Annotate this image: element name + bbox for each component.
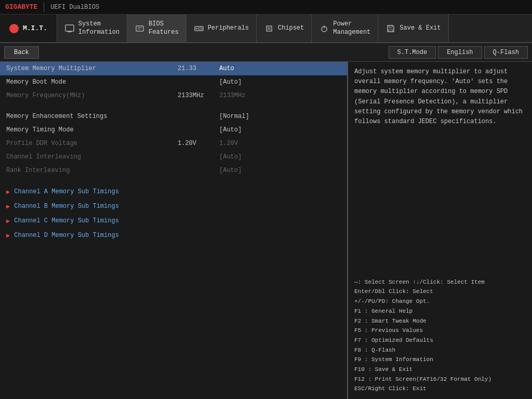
uefi-label: UEFI DualBIOS bbox=[50, 4, 99, 11]
tab-peripherals[interactable]: Peripherals bbox=[187, 15, 257, 42]
key-help-line: F2 : Smart Tweak Mode bbox=[354, 316, 526, 326]
bios-icon bbox=[135, 23, 145, 34]
main-area: System Memory Multiplier21.33AutoMemory … bbox=[0, 62, 532, 399]
submenu-ch-d[interactable]: ▶Channel D Memory Sub Timings bbox=[0, 228, 347, 243]
key-help-line: F12 : Print Screen(FAT16/32 Format Only) bbox=[354, 375, 526, 384]
tab-chipset[interactable]: Chipset bbox=[257, 15, 312, 42]
svg-rect-2 bbox=[136, 26, 143, 31]
key-help-line: Enter/Dbl Click: Select bbox=[354, 287, 526, 297]
setting-row-mem-timing[interactable]: Memory Timing Mode[Auto] bbox=[0, 123, 347, 137]
submenu-arrow-icon: ▶ bbox=[6, 188, 10, 196]
setting-num-sys-mem-mult: 21.33 bbox=[178, 65, 219, 72]
submenu-arrow-icon: ▶ bbox=[6, 232, 10, 240]
logo: GIGABYTE bbox=[5, 3, 37, 11]
logo-divider bbox=[44, 3, 44, 12]
tab-bios[interactable]: BIOS Features bbox=[127, 15, 187, 42]
setting-num-profile-ddr: 1.20V bbox=[178, 140, 219, 147]
stmode-button[interactable]: S.T.Mode bbox=[389, 46, 436, 59]
english-button[interactable]: English bbox=[438, 46, 482, 59]
setting-row-profile-ddr[interactable]: Profile DDR Voltage1.20V1.20V bbox=[0, 137, 347, 150]
setting-value-mem-timing: [Auto] bbox=[219, 126, 341, 134]
setting-value-rank-interleave: [Auto] bbox=[219, 167, 341, 174]
tab-chipset-label: Chipset bbox=[278, 24, 304, 33]
key-help-line: F9 : System Information bbox=[354, 355, 526, 365]
submenu-ch-b[interactable]: ▶Channel B Memory Sub Timings bbox=[0, 199, 347, 214]
setting-value-sys-mem-mult: Auto bbox=[219, 65, 341, 72]
tab-system-label: System Information bbox=[78, 20, 119, 36]
setting-row-ch-interleave[interactable]: Channel Interleaving[Auto] bbox=[0, 150, 347, 164]
tab-save-label: Save & Exit bbox=[400, 24, 441, 33]
setting-name-sys-mem-mult: System Memory Multiplier bbox=[6, 65, 178, 72]
submenu-rows: ▶Channel A Memory Sub Timings▶Channel B … bbox=[0, 184, 347, 243]
tab-peripherals-label: Peripherals bbox=[208, 24, 249, 33]
setting-row-mem-enh[interactable]: Memory Enhancement Settings[Normal] bbox=[0, 110, 347, 123]
setting-row-mem-freq[interactable]: Memory Frequency(MHz)2133MHz2133MHz bbox=[0, 89, 347, 102]
save-icon bbox=[385, 23, 396, 34]
qflash-button[interactable]: Q-Flash bbox=[484, 46, 528, 59]
help-text: Adjust system memory multiplier to adjus… bbox=[354, 67, 526, 127]
tab-bios-label: BIOS Features bbox=[149, 20, 179, 36]
nav-tabs: M.I.T. System Information BIOS Features … bbox=[0, 15, 532, 43]
svg-point-6 bbox=[195, 28, 197, 29]
setting-name-mem-enh: Memory Enhancement Settings bbox=[6, 113, 178, 120]
svg-rect-0 bbox=[65, 25, 74, 31]
system-icon bbox=[64, 23, 75, 34]
submenu-label-ch-c: Channel C Memory Sub Timings bbox=[14, 217, 119, 224]
second-bar: Back S.T.Mode English Q-Flash bbox=[0, 43, 532, 62]
nav-mit[interactable]: M.I.T. bbox=[0, 15, 57, 42]
key-help-line: F1 : General Help bbox=[354, 307, 526, 316]
key-help-line: F5 : Previous Values bbox=[354, 326, 526, 336]
power-icon bbox=[319, 23, 329, 34]
submenu-ch-c[interactable]: ▶Channel C Memory Sub Timings bbox=[0, 214, 347, 228]
logo-gigabyte: GIGABYTE bbox=[5, 3, 37, 11]
setting-value-ch-interleave: [Auto] bbox=[219, 153, 341, 161]
separator-row bbox=[0, 102, 347, 110]
svg-rect-7 bbox=[198, 28, 202, 29]
setting-row-rank-interleave[interactable]: Rank Interleaving[Auto] bbox=[0, 164, 347, 177]
setting-value-mem-enh: [Normal] bbox=[219, 113, 341, 120]
settings-table: System Memory Multiplier21.33AutoMemory … bbox=[0, 62, 347, 399]
chipset-icon bbox=[264, 23, 274, 34]
submenu-ch-a[interactable]: ▶Channel A Memory Sub Timings bbox=[0, 184, 347, 199]
setting-name-rank-interleave: Rank Interleaving bbox=[6, 167, 178, 174]
top-bar: GIGABYTE UEFI DualBIOS bbox=[0, 0, 532, 15]
back-button[interactable]: Back bbox=[4, 46, 39, 59]
key-help-line: +/-/PU/PD: Change Opt. bbox=[354, 297, 526, 307]
submenu-label-ch-a: Channel A Memory Sub Timings bbox=[14, 188, 119, 195]
setting-name-mem-freq: Memory Frequency(MHz) bbox=[6, 92, 178, 99]
svg-rect-1 bbox=[68, 31, 72, 32]
setting-num-mem-freq: 2133MHz bbox=[178, 92, 219, 99]
setting-value-mem-freq: 2133MHz bbox=[219, 92, 341, 99]
separator bbox=[0, 177, 347, 184]
key-help-line: ↔: Select Screen ↑↓/Click: Select Item bbox=[354, 277, 526, 287]
key-help-line: ESC/Right Click: Exit bbox=[354, 384, 526, 394]
setting-value-mem-boot-mode: [Auto] bbox=[219, 78, 341, 86]
tab-power[interactable]: Power Management bbox=[312, 15, 378, 42]
submenu-label-ch-d: Channel D Memory Sub Timings bbox=[14, 232, 119, 239]
setting-row-sys-mem-mult[interactable]: System Memory Multiplier21.33Auto bbox=[0, 62, 347, 75]
key-help-line: F8 : Q-Flash bbox=[354, 345, 526, 355]
setting-name-mem-timing: Memory Timing Mode bbox=[6, 126, 178, 134]
setting-name-profile-ddr: Profile DDR Voltage bbox=[6, 140, 178, 147]
right-panel: Adjust system memory multiplier to adjus… bbox=[348, 62, 532, 399]
key-help-line: F10 : Save & Exit bbox=[354, 365, 526, 375]
settings-rows: System Memory Multiplier21.33AutoMemory … bbox=[0, 62, 347, 177]
mit-label: M.I.T. bbox=[23, 24, 47, 32]
peripherals-icon bbox=[194, 23, 204, 34]
setting-name-mem-boot-mode: Memory Boot Mode bbox=[6, 78, 178, 86]
setting-name-ch-interleave: Channel Interleaving bbox=[6, 153, 178, 161]
submenu-arrow-icon: ▶ bbox=[6, 203, 10, 210]
key-help: ↔: Select Screen ↑↓/Click: Select ItemEn… bbox=[354, 277, 526, 394]
setting-value-profile-ddr: 1.20V bbox=[219, 140, 341, 147]
left-panel: System Memory Multiplier21.33AutoMemory … bbox=[0, 62, 348, 399]
submenu-arrow-icon: ▶ bbox=[6, 217, 10, 225]
setting-row-mem-boot-mode[interactable]: Memory Boot Mode[Auto] bbox=[0, 75, 347, 89]
tab-save[interactable]: Save & Exit bbox=[378, 15, 448, 42]
tab-system[interactable]: System Information bbox=[57, 15, 127, 42]
key-help-line: F7 : Optimized Defaults bbox=[354, 336, 526, 345]
tab-power-label: Power Management bbox=[333, 20, 370, 36]
submenu-label-ch-b: Channel B Memory Sub Timings bbox=[14, 203, 119, 210]
mit-circle bbox=[9, 24, 19, 33]
svg-rect-9 bbox=[268, 27, 271, 30]
